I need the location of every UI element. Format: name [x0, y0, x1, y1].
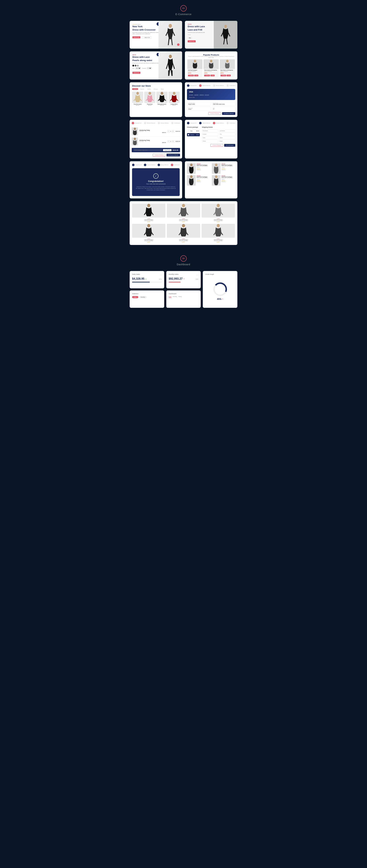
tab-shoes[interactable]: Shoes [160, 88, 165, 90]
section-number-06: 06 [180, 255, 187, 261]
svg-point-21 [147, 204, 150, 207]
monthly-sales-card: Monthly Sales ··· $92,993.27 ▼ 19% [166, 271, 201, 288]
card2-woman-svg [220, 24, 232, 45]
dash-tab-daily[interactable]: Daily [169, 296, 171, 298]
pp-price-1: $48.95 [188, 73, 202, 74]
shipping-confirm-btn[interactable]: Go Confirmation [224, 144, 235, 147]
daily-sales-menu-icon[interactable]: ··· [160, 273, 162, 276]
ship-state[interactable] [202, 136, 218, 139]
pp-cart-btn-3[interactable]: + Cart [227, 75, 231, 76]
card1-wishlist-btn[interactable]: ♡ Add to Cart [142, 36, 151, 39]
swatch-grey[interactable] [135, 65, 136, 66]
prod-reviews-4: 8 Reviews [222, 181, 235, 182]
ship-firstname[interactable] [202, 129, 218, 132]
package-options: Free $0.00 Express $8.00 [187, 129, 200, 136]
spread-item-3: 1 item Soft Feel Cardigan Soft feel card… [202, 204, 235, 222]
prod-item-2: $45.84 Soft Feel Cardigan Round neck t-s… [212, 163, 235, 174]
circle-graph-container: 45% ▼ [205, 276, 235, 305]
tab-dresses2[interactable]: Dresses [153, 88, 159, 90]
dash-tab-yearly[interactable]: Yearly [178, 296, 182, 298]
shipping-form [202, 129, 235, 143]
qty-minus-1[interactable]: − [167, 130, 170, 133]
payment-continue-btn[interactable]: Continue Shopping [208, 112, 221, 115]
spread-svg-6 [211, 224, 225, 238]
stats-tab-monthly[interactable]: Monthly [139, 296, 147, 298]
qty-minus-2[interactable]: − [167, 140, 170, 143]
store-price-2: $50.40 [144, 105, 156, 106]
svg-point-17 [190, 163, 193, 166]
spread-grid: 1 item Soft Feel Cardigan Soft feel card… [132, 204, 235, 243]
card-number-field[interactable]: Card Number 2384 4800 4800 2334 [211, 102, 235, 106]
shipping-continue-btn[interactable]: Continue Shopping [210, 144, 223, 147]
congrat-subtitle: Your order has been processed [136, 183, 176, 185]
prod-price-4: $45.80 [222, 175, 235, 176]
statistics-tabs: Daily Monthly [132, 296, 162, 298]
prod-desc-3: Round neck t-shirt with short sleeves [197, 178, 210, 180]
cart-payment-btn[interactable]: Go Payment Methods [167, 154, 180, 156]
store-item-3: Bejeweled Jacket $149.40 [157, 92, 168, 106]
svg-point-20 [215, 175, 217, 178]
swatch-light[interactable] [137, 65, 139, 66]
spread-img-2 [167, 204, 200, 218]
lace-pearls-card: $65.31 Dress with Lace Pearls along wais… [130, 51, 182, 80]
expiry-field[interactable]: Expiry Date 11/19 [187, 107, 210, 111]
step-divider-1 [197, 86, 198, 86]
tab-trending[interactable]: Trending [132, 88, 138, 90]
prod-info-1: $45.84 Soft Feel Cardigan Round neck t-s… [197, 163, 210, 170]
coupon-btn[interactable]: Copy Promo [163, 149, 171, 151]
ship-street[interactable] [219, 136, 235, 139]
card3-add-btn[interactable]: Add to Cart [133, 72, 140, 74]
cart-continue-btn[interactable]: Continue Shopping [153, 154, 165, 156]
ship-email[interactable] [219, 140, 235, 143]
pp-price-2: $48.95 [204, 73, 218, 74]
stats-tab-daily[interactable]: Daily [132, 296, 138, 298]
pp-cart-btn-2[interactable]: + Cart [210, 75, 215, 76]
svg-point-14 [173, 92, 175, 95]
cardholder-value: Nayan Hella [188, 104, 209, 105]
swatch-black[interactable] [133, 65, 134, 66]
spread-item-2: 1 item Soft Feel Cardigan Soft feel card… [167, 204, 200, 222]
ship-country[interactable] [202, 133, 218, 135]
ship-phone[interactable] [202, 140, 218, 143]
package-express[interactable]: Express $8.00 [187, 133, 200, 136]
ship-city[interactable] [219, 133, 235, 135]
prod-price-3: $45.84 [197, 175, 210, 176]
card3-qty-select[interactable]: 12 [147, 67, 152, 69]
card2-product-img [214, 21, 237, 49]
store-img-4 [169, 92, 180, 103]
shopping-cart-card: 1 Shopping Cart 2 Payment Methods 3 Deli… [130, 120, 182, 158]
pp-cart-btn-1[interactable]: + Cart [194, 75, 198, 76]
prod-info-3: $45.84 Soft Feel Cardigan Round neck t-s… [197, 175, 210, 182]
ship-div-2 [211, 123, 213, 123]
pp-info-3: Days Hours of Designing Hours of Designi… [220, 69, 235, 77]
monthly-sales-title: Monthly Sales [169, 273, 179, 275]
spread-stars-3: ★★★★☆ [202, 221, 235, 222]
tab-jackets[interactable]: Jackets [146, 88, 152, 90]
card2-size[interactable]: Blue [188, 37, 192, 39]
qty-plus-1[interactable]: + [172, 130, 174, 133]
payment-delivery-btn[interactable]: Go Delivery Methods [222, 112, 235, 115]
dash-tab-monthly[interactable]: Monthly [173, 296, 177, 298]
package-free[interactable]: Free $0.00 [187, 129, 200, 132]
store-price-4: $53.50 [169, 105, 180, 106]
ship-lastname[interactable] [219, 129, 235, 132]
card2-cart-btn[interactable]: Add to Cart [188, 40, 196, 42]
tab-dresses[interactable]: Dresses [139, 88, 145, 90]
package-free-price: $0.00 [196, 130, 199, 131]
cvv-field[interactable]: CVV *** [211, 107, 235, 111]
card1-cart-btn[interactable]: Add to Cart [133, 36, 140, 38]
pp-wishlist-btn-1[interactable]: ♡ Wishlist [188, 75, 194, 76]
step-circle-payment: 2 [199, 84, 202, 87]
daily-sales-percent: 37% [159, 278, 162, 280]
coupon-input[interactable] [134, 149, 162, 151]
cardholder-field[interactable]: Cardholder Name Nayan Hella [187, 102, 210, 106]
monthly-sales-menu-icon[interactable]: ··· [196, 273, 198, 276]
spread-svg-3 [211, 204, 225, 218]
pp-wishlist-btn-2[interactable]: ♡ Wishlist [204, 75, 210, 76]
card3-size-select[interactable]: XSSM [135, 67, 141, 69]
congrat-step-2: ✓ Payment Methods [144, 164, 155, 166]
qty-plus-2[interactable]: + [172, 140, 174, 143]
ship-label-4: Confirmation [229, 123, 235, 124]
monthly-sales-header: Monthly Sales ··· [169, 273, 198, 276]
pp-wishlist-btn-3[interactable]: ♡ Wishlist [221, 75, 226, 76]
